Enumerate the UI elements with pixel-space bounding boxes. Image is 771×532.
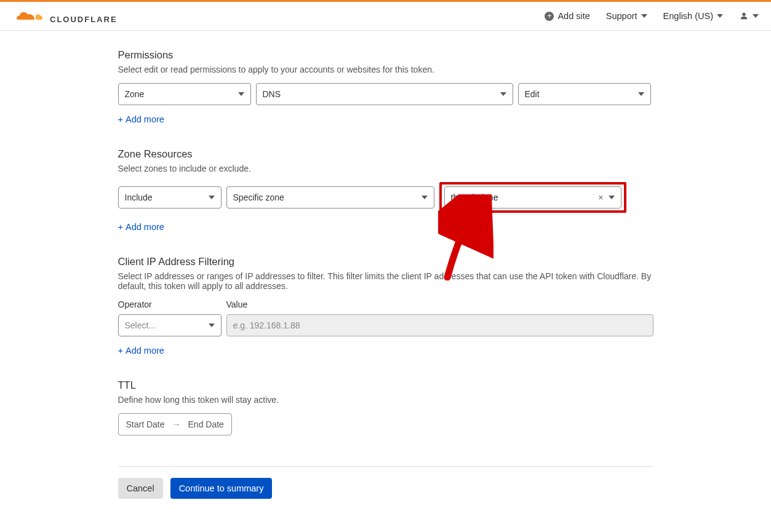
ttl-desc: Define how long this token will stay act… (118, 395, 653, 405)
add-site-label: Add site (557, 11, 589, 21)
zone-resources-desc: Select zones to include or exclude. (118, 164, 653, 173)
chevron-down-icon (717, 14, 723, 18)
include-value: Include (125, 193, 153, 202)
ip-add-more[interactable]: + Add more (118, 346, 164, 355)
action-select[interactable]: Edit (518, 83, 651, 105)
scope-value: Zone (125, 89, 145, 99)
chevron-down-icon (238, 92, 244, 96)
ip-filter-row: Operator Select... Value (118, 300, 653, 336)
ip-filter-desc: Select IP addresses or ranges of IP addr… (118, 271, 653, 291)
logo-text: CLOUDFLARE (50, 15, 118, 24)
resource-select[interactable]: DNS (256, 83, 513, 105)
zone-select[interactable]: thuanbui.me × (444, 186, 621, 208)
permissions-title: Permissions (118, 49, 653, 61)
language-label: English (US) (663, 11, 713, 21)
include-exclude-select[interactable]: Include (118, 186, 222, 208)
permissions-row: Zone DNS Edit (118, 83, 653, 105)
zone-highlight-box: thuanbui.me × (439, 182, 626, 213)
zone-type-value: Specific zone (233, 193, 284, 202)
permissions-desc: Select edit or read permissions to apply… (118, 65, 653, 74)
value-label: Value (226, 300, 653, 309)
svg-point-0 (742, 13, 745, 16)
chevron-down-icon (500, 92, 506, 96)
zone-resources-section: Zone Resources Select zones to include o… (118, 148, 653, 232)
zone-add-more[interactable]: + Add more (118, 222, 164, 232)
account-menu[interactable] (739, 11, 759, 21)
arrow-right-icon: → (172, 419, 181, 429)
plus-icon: + (118, 346, 123, 355)
zone-value: thuanbui.me (451, 193, 498, 202)
operator-label: Operator (118, 300, 222, 309)
ttl-start-label: Start Date (126, 419, 165, 429)
chevron-down-icon[interactable] (609, 196, 615, 199)
support-label: Support (606, 11, 637, 21)
cancel-button[interactable]: Cancel (118, 478, 163, 499)
permissions-add-more[interactable]: + Add more (118, 114, 164, 124)
action-value: Edit (525, 89, 540, 99)
cloudflare-logo[interactable]: CLOUDFLARE (12, 8, 118, 24)
add-more-label: Add more (126, 114, 164, 124)
chevron-down-icon (753, 14, 759, 18)
zone-resources-row: Include Specific zone thuanbui.me × (118, 182, 653, 213)
footer-buttons: Cancel Continue to summary (118, 478, 653, 499)
scope-select[interactable]: Zone (118, 83, 251, 105)
plus-circle-icon: + (545, 12, 554, 21)
cloudflare-cloud-icon (12, 8, 46, 24)
main-content: Permissions Select edit or read permissi… (118, 31, 653, 532)
zone-resources-title: Zone Resources (118, 148, 653, 160)
header-nav: + Add site Support English (US) (545, 11, 759, 21)
ip-filter-section: Client IP Address Filtering Select IP ad… (118, 256, 653, 356)
support-menu[interactable]: Support (606, 11, 647, 21)
plus-icon: + (118, 114, 123, 124)
person-icon (739, 11, 749, 21)
add-site-button[interactable]: + Add site (545, 11, 589, 21)
chevron-down-icon (641, 14, 647, 18)
permissions-section: Permissions Select edit or read permissi… (118, 49, 653, 125)
value-column: Value (226, 300, 653, 336)
global-header: CLOUDFLARE + Add site Support English (U… (0, 2, 771, 31)
footer-divider (118, 466, 653, 467)
ttl-end-label: End Date (188, 419, 224, 429)
continue-button[interactable]: Continue to summary (170, 478, 273, 499)
language-menu[interactable]: English (US) (663, 11, 723, 21)
ttl-title: TTL (118, 379, 653, 391)
ip-filter-title: Client IP Address Filtering (118, 256, 653, 268)
clear-icon[interactable]: × (598, 193, 603, 202)
operator-placeholder: Select... (125, 320, 156, 330)
add-more-label: Add more (126, 222, 164, 232)
chevron-down-icon (209, 324, 215, 327)
ip-value-input[interactable] (226, 314, 653, 336)
operator-select[interactable]: Select... (118, 314, 222, 336)
chevron-down-icon (209, 196, 215, 199)
zone-select-controls: × (598, 193, 614, 202)
add-more-label: Add more (126, 346, 164, 355)
resource-value: DNS (263, 89, 281, 99)
operator-column: Operator Select... (118, 300, 222, 336)
zone-type-select[interactable]: Specific zone (226, 186, 434, 208)
ttl-date-range[interactable]: Start Date → End Date (118, 413, 232, 435)
chevron-down-icon (638, 92, 644, 96)
ttl-section: TTL Define how long this token will stay… (118, 379, 653, 435)
plus-icon: + (118, 222, 123, 232)
chevron-down-icon (421, 196, 428, 199)
